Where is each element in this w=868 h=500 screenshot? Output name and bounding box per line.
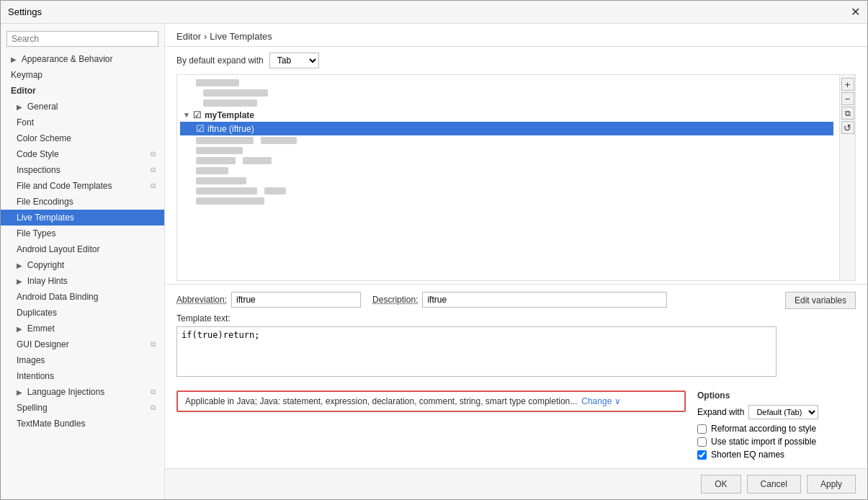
sidebar-item-label: TextMate Bundles xyxy=(17,419,85,429)
settings-window: Settings ✕ ▶ Appearance & BehaviorKeymap… xyxy=(0,0,868,500)
reformat-checkbox[interactable] xyxy=(697,424,707,434)
details-panel: Abbreviation: Description: Template text… xyxy=(165,284,867,468)
close-button[interactable]: ✕ xyxy=(851,5,860,19)
breadcrumb-parent: Editor xyxy=(176,31,201,42)
blurred-row-7 xyxy=(180,166,833,176)
template-group: ▼ ☑ myTemplate ☑ iftrue (iftrue) xyxy=(180,108,833,206)
copy-icon: ⧉ xyxy=(151,150,156,159)
static-import-label: Use static import if possible xyxy=(711,437,816,447)
sidebar-item-keymap[interactable]: Keymap xyxy=(1,67,164,83)
tree-add-button[interactable]: + xyxy=(841,78,854,91)
sidebar-item-copyright[interactable]: ▶ Copyright xyxy=(1,257,164,273)
tree-item-iftrue[interactable]: ☑ iftrue (iftrue) xyxy=(180,122,833,135)
sidebar-item-duplicates[interactable]: Duplicates xyxy=(1,305,164,321)
sidebar-item-label: Duplicates xyxy=(17,308,57,318)
description-input[interactable] xyxy=(422,292,667,308)
sidebar-item-general[interactable]: ▶ General xyxy=(1,99,164,115)
applicable-box: Applicable in Java; Java: statement, exp… xyxy=(176,390,686,412)
copy-icon: ⧉ xyxy=(151,403,156,412)
sidebar-item-texmatebundles[interactable]: TextMate Bundles xyxy=(1,416,164,432)
change-link[interactable]: Change ∨ xyxy=(581,396,620,406)
tree-toolbar: + − ⧉ ↺ xyxy=(839,75,855,280)
sidebar-item-filecodetemplates[interactable]: File and Code Templates⧉ xyxy=(1,178,164,194)
description-group: Description: xyxy=(372,292,667,308)
sidebar-item-androidlayouteditor[interactable]: Android Layout Editor xyxy=(1,241,164,257)
sidebar-item-label: File Types xyxy=(17,228,55,238)
item-label: iftrue (iftrue) xyxy=(207,124,254,134)
sidebar-item-spelling[interactable]: Spelling⧉ xyxy=(1,400,164,416)
group-checkbox-icon: ☑ xyxy=(193,110,202,120)
sidebar-item-appearance[interactable]: ▶ Appearance & Behavior xyxy=(1,51,164,67)
sidebar-item-androiddatabinding[interactable]: Android Data Binding xyxy=(1,289,164,305)
group-expand-arrow: ▼ xyxy=(183,111,190,119)
details-fields: Abbreviation: Description: Template text… xyxy=(176,292,777,385)
details-top-row: Abbreviation: Description: Template text… xyxy=(176,292,856,385)
by-default-row: By default expand with Tab Enter Space xyxy=(165,47,867,74)
search-input[interactable] xyxy=(6,31,158,47)
sidebar-item-emmet[interactable]: ▶ Emmet xyxy=(1,321,164,336)
ok-button[interactable]: OK xyxy=(701,475,741,494)
sidebar-item-label: Editor xyxy=(11,86,36,96)
cancel-button[interactable]: Cancel xyxy=(747,475,801,494)
sidebar: ▶ Appearance & BehaviorKeymapEditor▶ Gen… xyxy=(1,24,165,499)
sidebar-item-codestyle[interactable]: Code Style⧉ xyxy=(1,146,164,162)
abbreviation-input[interactable] xyxy=(231,292,361,308)
sidebar-item-filetypes[interactable]: File Types xyxy=(1,226,164,241)
by-default-label: By default expand with xyxy=(176,55,264,66)
sidebar-item-fileencodings[interactable]: File Encodings xyxy=(1,194,164,210)
expand-arrow-icon: ▶ xyxy=(17,325,24,333)
template-group-header[interactable]: ▼ ☑ myTemplate xyxy=(180,108,833,122)
applicable-section: Applicable in Java; Java: statement, exp… xyxy=(176,390,686,412)
shorten-eq-row: Shorten EQ names xyxy=(697,450,856,460)
tree-remove-button[interactable]: − xyxy=(841,92,854,105)
expand-arrow-icon: ▶ xyxy=(17,277,24,285)
tree-copy-button[interactable]: ⧉ xyxy=(841,107,854,120)
abbreviation-label: Abbreviation: xyxy=(176,295,227,305)
abbreviation-group: Abbreviation: xyxy=(176,292,361,308)
sidebar-item-label: Inlay Hints xyxy=(27,276,68,286)
sidebar-item-label: Android Layout Editor xyxy=(17,244,99,254)
titlebar: Settings ✕ xyxy=(1,1,867,24)
tree-reset-button[interactable]: ↺ xyxy=(841,121,854,134)
apply-button[interactable]: Apply xyxy=(807,475,856,494)
edit-variables-button[interactable]: Edit variables xyxy=(785,292,856,309)
shorten-eq-checkbox[interactable] xyxy=(697,450,707,460)
expand-arrow-icon: ▶ xyxy=(17,262,24,269)
group-label: myTemplate xyxy=(205,110,254,120)
shorten-eq-label: Shorten EQ names xyxy=(711,450,784,460)
copy-icon: ⧉ xyxy=(151,388,156,396)
sidebar-item-label: Font xyxy=(17,117,34,128)
reformat-label: Reformat according to style xyxy=(711,424,816,434)
sidebar-item-inspections[interactable]: Inspections⧉ xyxy=(1,162,164,178)
sidebar-item-label: Language Injections xyxy=(27,387,104,397)
options-section: Options Expand with Default (Tab) Tab En… xyxy=(697,390,856,463)
sidebar-item-inlayhints[interactable]: ▶ Inlay Hints xyxy=(1,273,164,289)
sidebar-item-livetemplates[interactable]: Live Templates xyxy=(1,210,164,226)
options-title: Options xyxy=(697,390,856,401)
sidebar-item-label: Inspections xyxy=(17,165,61,175)
sidebar-item-languageinjections[interactable]: ▶ Language Injections⧉ xyxy=(1,384,164,400)
copy-icon: ⧉ xyxy=(151,182,156,190)
static-import-checkbox[interactable] xyxy=(697,437,707,447)
window-title: Settings xyxy=(8,6,42,17)
sidebar-item-intentions[interactable]: Intentions xyxy=(1,368,164,384)
sidebar-item-editor[interactable]: Editor xyxy=(1,83,164,99)
sidebar-item-guidesigner[interactable]: GUI Designer⧉ xyxy=(1,336,164,352)
sidebar-item-label: Emmet xyxy=(27,323,55,334)
sidebar-item-colorscheme[interactable]: Color Scheme xyxy=(1,130,164,146)
expand-with-select[interactable]: Default (Tab) Tab Enter Space xyxy=(748,405,818,419)
sidebar-item-label: Keymap xyxy=(11,70,42,80)
template-text-area: Template text: xyxy=(176,313,777,379)
sidebar-item-label: File Encodings xyxy=(17,197,73,207)
footer: OK Cancel Apply xyxy=(165,468,867,499)
template-text-label: Template text: xyxy=(176,313,777,323)
template-editor[interactable] xyxy=(176,326,777,377)
abbreviation-row: Abbreviation: Description: xyxy=(176,292,777,308)
sidebar-item-font[interactable]: Font xyxy=(1,115,164,130)
main-body: By default expand with Tab Enter Space xyxy=(165,47,867,468)
expand-select[interactable]: Tab Enter Space xyxy=(269,53,319,68)
sidebar-item-images[interactable]: Images xyxy=(1,352,164,368)
blurred-row-2 xyxy=(180,88,833,98)
blurred-row-6 xyxy=(180,156,833,166)
main-content: ▶ Appearance & BehaviorKeymapEditor▶ Gen… xyxy=(1,24,867,499)
